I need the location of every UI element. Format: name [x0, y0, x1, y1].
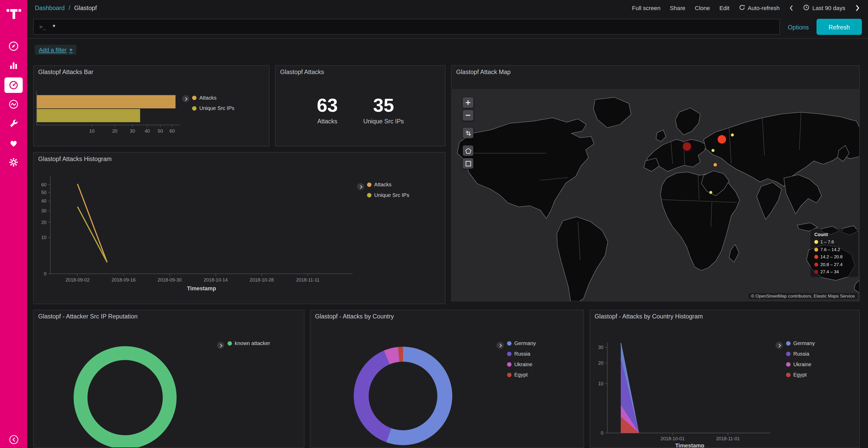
gear-icon [4, 154, 23, 170]
add-filter-link[interactable]: Add a filter + [35, 45, 76, 55]
legend-label: 20.8 – 27.4 [820, 262, 843, 267]
legend-item[interactable]: Egypt [507, 372, 536, 378]
sidebar-item-timelion[interactable] [0, 95, 27, 114]
svg-text:10: 10 [598, 381, 603, 386]
collapse-nav-icon[interactable] [0, 435, 27, 445]
legend-label: Germany [793, 340, 815, 346]
clone-button[interactable]: Clone [695, 4, 710, 11]
legend-item[interactable]: Ukraine [507, 361, 536, 367]
legend-item[interactable]: 1 – 7.6 [814, 240, 854, 244]
line-chart[interactable]: 01020304050602018-09-022018-09-162018-09… [34, 152, 445, 304]
gauge-icon [4, 77, 23, 93]
svg-text:2018-10-14: 2018-10-14 [204, 277, 227, 283]
legend-label: Egypt [793, 372, 807, 378]
app-navigation [0, 36, 27, 172]
edit-button[interactable]: Edit [719, 4, 730, 11]
wrench-icon [4, 116, 23, 131]
legend-label: known attacker [235, 340, 270, 346]
search-query-input[interactable]: >_ * [33, 19, 780, 35]
breadcrumb: Dashboard / Glastopf [35, 4, 97, 11]
donut-chart[interactable] [34, 310, 305, 448]
area-chart[interactable]: 01020302018-10-012018-11-01Timestamp [590, 310, 860, 448]
full-screen-button[interactable]: Full screen [632, 4, 660, 11]
legend-toggle-icon[interactable] [776, 342, 783, 349]
sidebar-item-dashboard[interactable] [0, 75, 27, 95]
refresh-button[interactable]: Refresh [816, 19, 862, 35]
legend-toggle-icon[interactable] [497, 342, 504, 349]
svg-text:Timestamp: Timestamp [675, 443, 705, 448]
panel-country-histogram: Glastopf - Attacks by Country Histogram … [590, 310, 860, 448]
world-map[interactable] [452, 89, 860, 302]
map-attribution: © OpenStreetMap contributors, Elastic Ma… [748, 293, 858, 299]
time-range-button[interactable]: Last 90 days [803, 4, 845, 11]
bar-chart-icon [4, 58, 23, 73]
legend-swatch [786, 341, 790, 345]
svg-text:30: 30 [598, 345, 603, 350]
legend-item[interactable]: Attacks [192, 95, 235, 101]
svg-text:30: 30 [130, 129, 135, 134]
svg-text:0: 0 [44, 271, 46, 276]
svg-text:50: 50 [41, 190, 46, 195]
legend-item[interactable]: Ukraine [786, 361, 815, 367]
zoom-in-button[interactable] [463, 97, 473, 108]
map-legend-items: 1 – 7.67.6 – 14.214.2 – 20.820.8 – 27.42… [814, 240, 854, 274]
legend-swatch [786, 351, 790, 356]
time-forward-button[interactable] [855, 4, 860, 12]
panel-title: Glastopf Attacks [280, 69, 324, 75]
pie-chart[interactable] [311, 310, 584, 448]
panel-title: Glastopf - Attacker Src IP Reputation [38, 313, 138, 320]
filter-bar: Add a filter + [27, 39, 868, 61]
legend-label: 1 – 7.6 [820, 240, 834, 244]
svg-text:30: 30 [41, 208, 46, 213]
legend-item[interactable]: Unique Src IPs [367, 192, 409, 198]
time-back-button[interactable] [789, 4, 794, 11]
timelion-icon [4, 97, 23, 112]
legend-item[interactable]: Germany [507, 340, 536, 346]
chart-legend: AttacksUnique Src IPs [192, 95, 235, 111]
sidebar-item-discover[interactable] [0, 36, 27, 56]
zoom-out-button[interactable] [463, 110, 473, 120]
query-options-link[interactable]: Options [788, 24, 809, 30]
legend-item[interactable]: Attacks [367, 181, 409, 187]
sidebar-item-monitoring[interactable] [0, 133, 27, 152]
draw-polygon-icon[interactable] [463, 145, 473, 156]
legend-item[interactable]: 27.4 – 34 [814, 269, 854, 274]
legend-item[interactable]: 14.2 – 20.8 [814, 254, 854, 260]
share-button[interactable]: Share [670, 4, 685, 11]
legend-label: 27.4 – 34 [820, 269, 839, 274]
fit-bounds-crop-icon[interactable] [463, 128, 473, 138]
legend-toggle-icon[interactable] [357, 183, 364, 190]
svg-text:2018-09-16: 2018-09-16 [112, 277, 135, 283]
add-filter-label: Add a filter [39, 46, 67, 53]
svg-text:2018-11-11: 2018-11-11 [296, 277, 319, 283]
draw-rectangle-icon[interactable] [463, 158, 473, 169]
metric-group: 63 Attacks 35 Unique Src IPs [276, 96, 445, 125]
terminal-prompt-icon: >_ [39, 24, 46, 30]
legend-item[interactable]: Russia [786, 351, 815, 357]
sidebar-item-dev-tools[interactable] [0, 114, 27, 133]
legend-toggle-icon[interactable] [182, 95, 189, 102]
sidebar-item-management[interactable] [0, 152, 27, 172]
sidebar-item-visualize[interactable] [0, 56, 27, 75]
legend-swatch [507, 362, 512, 367]
breadcrumb-dashboard[interactable]: Dashboard [35, 4, 65, 11]
telekom-logo[interactable] [0, 5, 27, 21]
chart-legend: known attacker [227, 340, 270, 346]
legend-swatch [192, 96, 196, 100]
panel-src-ip-reputation: Glastopf - Attacker Src IP Reputation kn… [33, 310, 305, 448]
legend-item[interactable]: known attacker [227, 340, 270, 346]
legend-item[interactable]: 7.6 – 14.2 [814, 247, 854, 252]
legend-swatch [192, 106, 196, 110]
legend-toggle-icon[interactable] [217, 342, 224, 349]
kibana-glastopf-dashboard: Dashboard / Glastopf Full screen Share C… [0, 0, 868, 448]
chart-legend: GermanyRussiaUkraineEgypt [786, 340, 815, 378]
map-legend: Count 1 – 7.67.6 – 14.214.2 – 20.820.8 –… [810, 229, 858, 277]
legend-item[interactable]: Germany [786, 340, 815, 346]
auto-refresh-button[interactable]: Auto-refresh [739, 4, 780, 11]
legend-swatch [786, 362, 790, 367]
legend-item[interactable]: 20.8 – 27.4 [814, 262, 854, 267]
svg-text:20: 20 [41, 220, 46, 225]
legend-item[interactable]: Russia [507, 351, 536, 357]
legend-item[interactable]: Egypt [786, 372, 815, 378]
legend-item[interactable]: Unique Src IPs [192, 105, 235, 111]
